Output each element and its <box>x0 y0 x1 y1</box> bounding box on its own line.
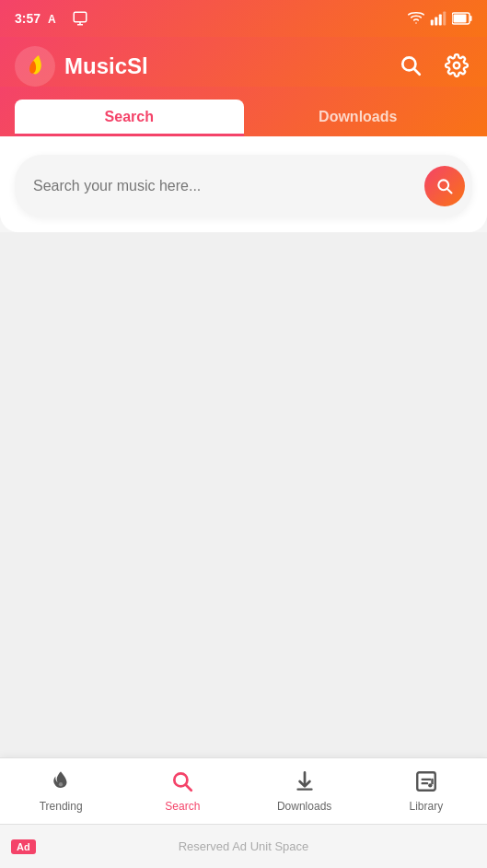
search-nav-icon <box>170 769 194 796</box>
library-icon <box>414 769 438 796</box>
status-time: 3:57 <box>15 11 41 26</box>
download-icon <box>293 769 317 796</box>
search-box <box>15 155 472 217</box>
svg-rect-5 <box>435 18 437 26</box>
main-content <box>0 232 487 813</box>
nav-search-label: Search <box>165 800 200 813</box>
bottom-nav: Trending Search Downloads <box>0 757 487 824</box>
nav-library-label: Library <box>410 800 444 813</box>
gear-icon <box>445 53 469 77</box>
tab-search[interactable]: Search <box>15 100 244 136</box>
app-header: MusicSl <box>0 37 487 87</box>
search-button[interactable] <box>395 50 426 84</box>
nav-downloads[interactable]: Downloads <box>244 758 365 824</box>
svg-rect-9 <box>454 15 467 23</box>
svg-point-14 <box>454 62 460 68</box>
search-area <box>0 136 487 232</box>
logo-area: MusicSl <box>15 46 148 87</box>
search-submit-button[interactable] <box>424 166 465 206</box>
svg-line-19 <box>186 785 191 791</box>
status-left: 3:57 A <box>15 10 88 27</box>
svg-rect-4 <box>431 20 434 26</box>
settings-button[interactable] <box>441 50 472 84</box>
svg-rect-7 <box>443 12 446 26</box>
svg-rect-10 <box>470 16 472 21</box>
svg-line-13 <box>414 68 420 74</box>
svg-rect-1 <box>74 12 87 22</box>
signal-icon <box>430 10 446 27</box>
nav-trending-label: Trending <box>40 800 83 813</box>
nav-trending[interactable]: Trending <box>0 758 122 824</box>
search-submit-icon <box>435 177 454 195</box>
status-right <box>408 10 472 27</box>
ad-badge: Ad <box>11 839 36 854</box>
status-bar: 3:57 A <box>0 0 487 37</box>
nav-library[interactable]: Library <box>365 758 487 824</box>
app-logo <box>15 46 55 87</box>
svg-text:A: A <box>48 13 56 26</box>
header-actions <box>395 50 472 84</box>
screen-icon <box>72 10 88 27</box>
ad-bar: Ad Reserved Ad Unit Space <box>0 824 487 868</box>
accessibility-icon: A <box>48 10 64 27</box>
svg-point-17 <box>59 782 63 786</box>
tab-downloads[interactable]: Downloads <box>244 100 473 136</box>
search-icon <box>399 53 423 77</box>
fire-icon <box>49 769 73 796</box>
ad-text: Reserved Ad Unit Space <box>179 839 309 853</box>
top-tab-bar: Search Downloads <box>0 87 487 136</box>
wifi-icon <box>408 10 424 27</box>
search-input[interactable] <box>33 178 424 194</box>
battery-icon <box>452 12 472 25</box>
nav-search[interactable]: Search <box>122 758 243 824</box>
app-title: MusicSl <box>64 53 148 79</box>
nav-downloads-label: Downloads <box>277 800 331 813</box>
svg-line-16 <box>447 189 452 194</box>
svg-rect-6 <box>439 15 442 26</box>
